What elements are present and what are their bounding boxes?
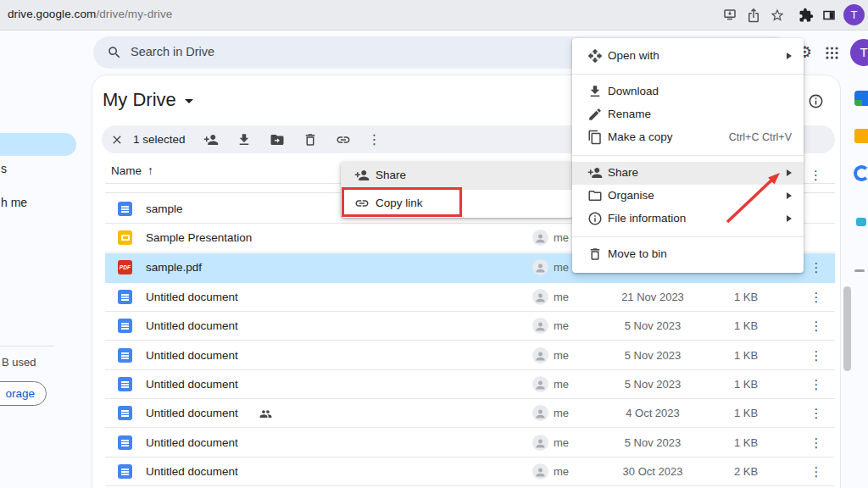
row-more-icon[interactable]: ⋮ [809, 435, 824, 451]
submenu-arrow-icon [787, 53, 792, 59]
owner-avatar [532, 318, 548, 334]
clear-selection-icon[interactable] [110, 133, 124, 147]
file-name: sample [146, 202, 183, 217]
owner-label: me [554, 407, 569, 419]
annotation-highlight-rectangle [342, 187, 462, 217]
row-more-icon[interactable]: ⋮ [810, 168, 822, 183]
table-row[interactable]: Untitled document me 30 Oct 2023 2 KB ⋮ [105, 458, 835, 486]
info-icon[interactable] [808, 93, 824, 109]
sidebar-item-computers[interactable]: s [1, 162, 7, 175]
row-more-icon[interactable]: ⋮ [809, 260, 824, 275]
download-icon [587, 84, 603, 99]
owner-label: me [554, 291, 569, 303]
screen: drive.google.com/drive/my-drive T Search… [0, 0, 868, 488]
size-label: 1 KB [710, 378, 782, 391]
modified-label: 5 Nov 2023 [590, 436, 715, 449]
row-more-icon[interactable]: ⋮ [809, 406, 824, 421]
row-more-icon[interactable]: ⋮ [809, 464, 824, 480]
tasks-icon[interactable] [854, 165, 868, 181]
table-row[interactable]: Untitled document me 5 Nov 2023 1 KB ⋮ [105, 341, 835, 370]
extensions-puzzle-icon[interactable] [798, 8, 814, 23]
sort-ascending-icon[interactable]: ↑ [147, 164, 153, 177]
calendar-icon[interactable] [854, 91, 868, 106]
page-title[interactable]: My Drive [103, 89, 193, 111]
owner-avatar [532, 376, 548, 392]
menu-item-label: Download [608, 85, 659, 97]
owner-label: me [554, 231, 569, 244]
docs-file-icon [118, 348, 132, 363]
menu-item-organise[interactable]: Organise [572, 185, 804, 208]
size-label: 1 KB [710, 436, 782, 449]
row-more-icon[interactable]: ⋮ [809, 290, 824, 305]
sidebar-item-my-drive-pill[interactable] [0, 133, 76, 156]
column-header-name[interactable]: Name [111, 164, 142, 177]
owner-avatar [532, 289, 548, 305]
menu-item-make-a-copy[interactable]: Make a copy Ctrl+C Ctrl+V [572, 126, 804, 149]
link-icon[interactable] [336, 132, 351, 147]
scrollbar-thumb[interactable] [843, 286, 851, 371]
modified-label: 5 Nov 2023 [590, 349, 715, 362]
modified-label: 5 Nov 2023 [590, 378, 715, 391]
more-actions-icon[interactable]: ⋮ [368, 133, 381, 147]
google-apps-grid-icon[interactable] [824, 45, 840, 61]
table-row[interactable]: Untitled document me 4 Oct 2023 1 KB ⋮ [105, 399, 835, 428]
bookmark-star-icon[interactable] [770, 8, 785, 23]
row-more-icon[interactable]: ⋮ [809, 348, 824, 363]
keep-icon[interactable] [854, 129, 868, 143]
row-more-icon[interactable]: ⋮ [809, 377, 824, 392]
context-menu: Open with Download Rename Make a copy Ct… [572, 38, 804, 273]
page-title-label: My Drive [103, 89, 176, 110]
file-name: Untitled document [146, 348, 238, 363]
save-page-icon[interactable] [722, 8, 737, 23]
table-row[interactable]: Untitled document me 5 Nov 2023 1 KB ⋮ [105, 429, 835, 458]
table-row[interactable]: Untitled document me 5 Nov 2023 1 KB ⋮ [105, 370, 835, 399]
owner-avatar [532, 347, 548, 363]
table-row[interactable]: Untitled document me 21 Nov 2023 1 KB ⋮ [105, 283, 835, 312]
url-text[interactable]: drive.google.com/drive/my-drive [8, 8, 172, 20]
copy-icon [587, 130, 603, 145]
size-label: 1 KB [710, 349, 782, 362]
trash-icon[interactable] [303, 132, 318, 147]
share-page-icon[interactable] [746, 8, 761, 23]
menu-item-rename[interactable]: Rename [572, 103, 804, 126]
browser-profile-avatar[interactable]: T [843, 4, 865, 25]
menu-item-file-information[interactable]: File information [572, 208, 804, 230]
info-icon [587, 211, 603, 226]
file-name: Sample Presentation [146, 230, 252, 246]
menu-item-share[interactable]: Share [572, 162, 804, 185]
menu-divider [572, 74, 804, 75]
file-name: Untitled document [146, 406, 238, 421]
menu-item-label: Move to bin [608, 247, 667, 260]
row-more-icon[interactable]: ⋮ [809, 319, 824, 334]
docs-file-icon [118, 464, 132, 479]
storage-used-label: B used [2, 356, 36, 369]
menu-item-download[interactable]: Download [572, 80, 804, 103]
menu-item-open-with[interactable]: Open with [572, 45, 804, 68]
move-to-folder-icon[interactable] [270, 132, 285, 147]
browser-address-bar[interactable]: drive.google.com/drive/my-drive T [0, 0, 868, 30]
owner-avatar [532, 230, 548, 246]
menu-item-move-to-bin[interactable]: Move to bin [572, 243, 804, 266]
docs-file-icon [118, 435, 132, 450]
open-with-icon [587, 48, 603, 64]
trash-icon [587, 247, 603, 262]
search-placeholder: Search in Drive [131, 45, 214, 58]
owner-avatar [532, 435, 548, 451]
shared-people-icon [259, 408, 272, 420]
submenu-item-share[interactable]: Share [341, 162, 573, 190]
modified-label: 21 Nov 2023 [590, 291, 715, 303]
side-panel-icon[interactable] [856, 218, 866, 226]
buy-storage-button[interactable]: orage [0, 381, 47, 406]
size-label: 1 KB [710, 291, 782, 303]
tab-organizer-icon[interactable] [821, 8, 837, 23]
modified-label: 4 Oct 2023 [590, 407, 715, 419]
owner-avatar [532, 463, 548, 480]
table-row[interactable]: Untitled document me 5 Nov 2023 1 KB ⋮ [105, 312, 835, 341]
docs-file-icon [118, 202, 132, 216]
sidebar-item-shared-with-me[interactable]: h me [1, 196, 27, 209]
sidebar-divider [0, 346, 54, 347]
share-person-add-icon[interactable] [203, 132, 219, 147]
chevron-down-icon [185, 99, 193, 103]
download-icon[interactable] [236, 132, 252, 147]
owner-label: me [554, 378, 569, 391]
